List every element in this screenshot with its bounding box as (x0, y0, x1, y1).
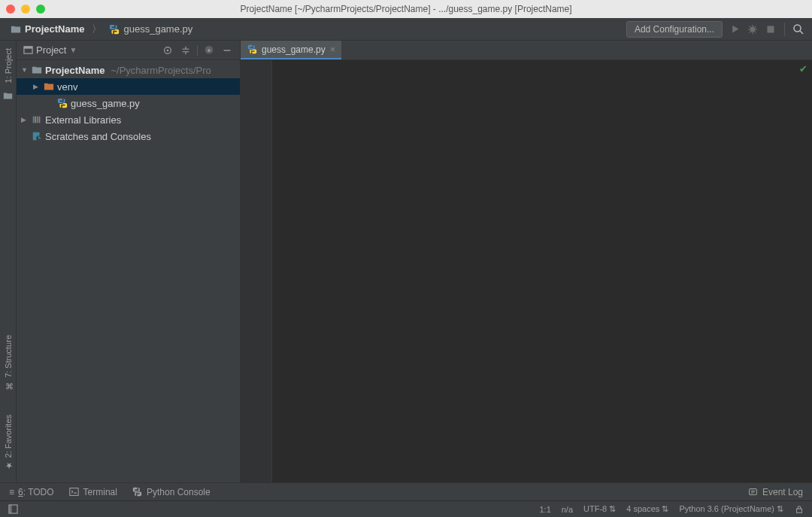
project-panel-header: Project ▼ (17, 41, 240, 60)
svg-rect-8 (33, 117, 35, 123)
tree-root[interactable]: ▼ ProjectName ~/PycharmProjects/Pro (17, 62, 240, 78)
tree-file[interactable]: guess_game.py (17, 95, 240, 111)
scratches-icon (32, 131, 42, 141)
python-file-icon (57, 98, 68, 108)
project-tool-tab[interactable]: 1: Project (4, 44, 13, 87)
indent-selector[interactable]: 4 spaces ⇅ (626, 504, 668, 514)
editor-gutter (241, 60, 272, 482)
expand-arrow-icon: ▶ (21, 116, 29, 123)
todo-tool-button[interactable]: ≡ 6: TODO (9, 487, 54, 497)
left-tool-strip: 1: Project ⌘7: Structure ★2: Favorites (0, 41, 17, 482)
breadcrumb-file[interactable]: guess_game.py (106, 22, 195, 36)
project-panel: Project ▼ ▼ ProjectName (17, 41, 241, 482)
python-file-icon (247, 44, 257, 55)
hide-panel-icon[interactable] (220, 44, 234, 57)
project-panel-title: Project (36, 44, 66, 56)
interpreter-selector[interactable]: Python 3.6 (ProjectName) ⇅ (679, 504, 783, 514)
lock-icon[interactable] (794, 504, 804, 515)
minimize-window-button[interactable] (21, 5, 30, 14)
tree-root-label: ProjectName (45, 65, 105, 76)
status-bar: 1:1 n/a UTF-8 ⇅ 4 spaces ⇅ Python 3.6 (P… (0, 500, 812, 517)
editor-area: guess_game.py × ✔ (241, 41, 812, 482)
svg-point-0 (750, 26, 756, 32)
caret-position[interactable]: 1:1 (539, 505, 550, 514)
separator (197, 45, 198, 56)
folder-icon (3, 90, 14, 101)
python-icon (132, 487, 143, 497)
svg-rect-9 (35, 117, 36, 123)
list-icon: ≡ (9, 487, 14, 497)
close-tab-icon[interactable]: × (330, 44, 336, 55)
favorites-tool-tab[interactable]: ★2: Favorites (3, 410, 13, 475)
editor-tab-active[interactable]: guess_game.py × (241, 41, 341, 59)
structure-tool-tab[interactable]: ⌘7: Structure (3, 330, 13, 395)
svg-rect-10 (37, 117, 38, 123)
event-log-button[interactable]: Event Log (748, 487, 803, 497)
context-info[interactable]: n/a (562, 505, 573, 514)
svg-point-6 (167, 49, 169, 51)
folder-icon (11, 24, 21, 35)
window-titlebar: ProjectName [~/PycharmProjects/ProjectNa… (0, 0, 812, 18)
tree-external-label: External Libraries (45, 114, 121, 126)
inspection-ok-icon[interactable]: ✔ (799, 63, 807, 75)
editor-tabs: guess_game.py × (241, 41, 812, 60)
project-view-selector[interactable]: Project ▼ (23, 44, 156, 56)
python-console-tool-button[interactable]: Python Console (132, 487, 211, 497)
tree-venv[interactable]: ▶ venv (17, 78, 240, 95)
svg-point-2 (794, 25, 801, 32)
folder-icon (32, 65, 42, 75)
svg-rect-4 (23, 47, 32, 49)
settings-icon[interactable] (202, 44, 216, 57)
editor-body[interactable]: ✔ (241, 60, 812, 482)
maximize-window-button[interactable] (36, 5, 45, 14)
tool-windows-icon[interactable] (8, 504, 18, 515)
tree-scratches[interactable]: Scratches and Consoles (17, 128, 240, 144)
scroll-from-source-icon[interactable] (161, 44, 174, 57)
svg-rect-17 (8, 505, 11, 513)
window-title: ProjectName [~/PycharmProjects/ProjectNa… (240, 4, 571, 14)
folder-icon (44, 81, 54, 92)
stop-icon[interactable] (765, 23, 777, 35)
bottom-tool-bar: ≡ 6: TODO Terminal Python Console Event … (0, 482, 812, 500)
breadcrumb-separator-icon: 〉 (92, 23, 102, 36)
breadcrumb-file-label: guess_game.py (123, 23, 192, 35)
python-file-icon (109, 24, 120, 35)
tree-venv-label: venv (57, 81, 77, 93)
tree-file-label: guess_game.py (71, 98, 140, 109)
expand-arrow-icon: ▶ (33, 83, 41, 90)
terminal-icon (69, 487, 80, 497)
library-icon (32, 114, 42, 125)
tree-root-path: ~/PycharmProjects/Pro (111, 65, 211, 76)
event-log-icon (748, 487, 759, 497)
code-editor[interactable]: ✔ (272, 60, 812, 482)
window-controls (6, 5, 45, 14)
run-icon[interactable] (729, 23, 741, 35)
tree-scratches-label: Scratches and Consoles (45, 131, 151, 142)
svg-rect-11 (39, 117, 41, 123)
debug-icon[interactable] (747, 23, 759, 35)
svg-rect-14 (70, 488, 78, 496)
add-configuration-button[interactable]: Add Configuration... (626, 21, 723, 38)
separator (784, 23, 785, 36)
collapse-all-icon[interactable] (179, 44, 192, 57)
navigation-bar: ProjectName 〉 guess_game.py Add Configur… (0, 18, 812, 41)
tree-external-libraries[interactable]: ▶ External Libraries (17, 111, 240, 128)
svg-rect-18 (797, 509, 802, 512)
close-window-button[interactable] (6, 5, 15, 14)
breadcrumb-project-label: ProjectName (25, 23, 84, 35)
encoding-selector[interactable]: UTF-8 ⇅ (583, 504, 616, 514)
window-icon (23, 45, 33, 56)
expand-arrow-icon: ▼ (21, 66, 29, 74)
project-tree: ▼ ProjectName ~/PycharmProjects/Pro ▶ ve… (17, 60, 240, 482)
editor-tab-label: guess_game.py (262, 44, 326, 55)
svg-rect-1 (768, 26, 774, 32)
terminal-tool-button[interactable]: Terminal (69, 487, 117, 497)
breadcrumb-project[interactable]: ProjectName (8, 22, 87, 36)
chevron-down-icon: ▼ (69, 46, 77, 54)
search-icon[interactable] (792, 23, 804, 35)
breadcrumb: ProjectName 〉 guess_game.py (8, 22, 626, 36)
